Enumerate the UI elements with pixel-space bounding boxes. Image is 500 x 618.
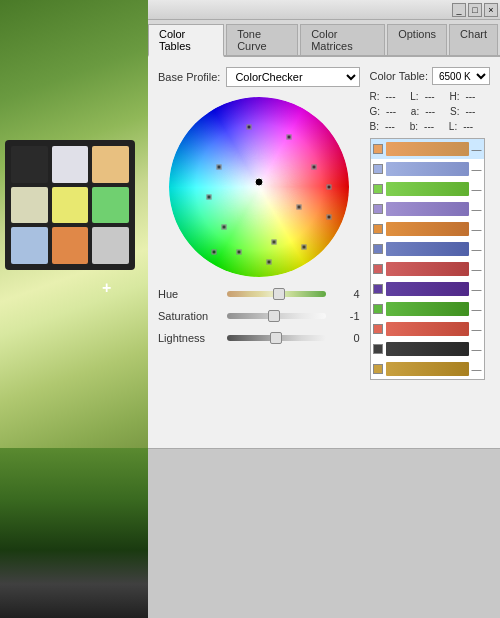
g-value: --- [386,104,396,119]
color-list-item[interactable]: — [371,239,484,259]
wheel-dot [254,178,263,187]
wheel-dot [311,165,316,170]
color-bar [386,182,469,196]
g-label: G: [370,104,381,119]
base-profile-label: Base Profile: [158,71,220,83]
color-list-item[interactable]: — [371,339,484,359]
color-list-item[interactable]: — [371,159,484,179]
tab-tone-curve[interactable]: Tone Curve [226,24,298,55]
saturation-thumb[interactable] [268,310,280,322]
r-value: --- [386,89,396,104]
color-list-item[interactable]: — [371,179,484,199]
saturation-track [227,309,326,323]
cc-patch [11,146,48,183]
color-info-row-1: R: --- L: --- H: --- [370,89,491,104]
wheel-dot [296,205,301,210]
saturation-label: Saturation [158,310,223,322]
color-table-label: Color Table: [370,70,429,82]
color-bar [386,242,469,256]
color-list-item[interactable]: — [371,319,484,339]
wheel-dot [271,240,276,245]
wheel-dot [301,245,306,250]
color-list-item[interactable]: — [371,359,484,379]
color-list-item[interactable]: — [371,279,484,299]
color-swatch [373,284,383,294]
photo-bottom [0,448,148,618]
hue-track [227,287,326,301]
profile-row: Base Profile: ColorChecker Standard Land… [158,67,360,87]
wheel-dot [216,165,221,170]
color-swatch [373,344,383,354]
color-bar [386,282,469,296]
color-info: R: --- L: --- H: --- G: --- a: --- [370,89,491,134]
color-list[interactable]: — — — — — — — — — — — [370,138,485,380]
color-dash: — [472,204,482,215]
color-info-row-3: B: --- b: --- L: --- [370,119,491,134]
wheel-dot [246,125,251,130]
tab-color-matrices[interactable]: Color Matrices [300,24,385,55]
cc-patch [92,146,129,183]
tab-color-tables[interactable]: Color Tables [148,24,224,57]
color-dash: — [472,184,482,195]
wheel-dot [326,185,331,190]
lightness-thumb[interactable] [270,332,282,344]
color-info-row-2: G: --- a: --- S: --- [370,104,491,119]
base-profile-select[interactable]: ColorChecker Standard Landscape Portrait [226,67,359,87]
a-value: --- [425,104,435,119]
color-bar [386,202,469,216]
color-checker-card [5,140,135,270]
b-value: --- [385,119,395,134]
color-list-item[interactable]: — [371,139,484,159]
color-swatch [373,204,383,214]
minimize-button[interactable]: _ [452,3,466,17]
color-bar [386,162,469,176]
right-content: Color Table: 6500 K 5500 K 4500 K 3200 K… [370,67,491,380]
hue-value: 4 [330,288,360,300]
color-table-header: Color Table: 6500 K 5500 K 4500 K 3200 K [370,67,491,85]
saturation-row: Saturation -1 [158,309,360,323]
cc-patch [52,146,89,183]
color-swatch [373,244,383,254]
wheel-dot [221,225,226,230]
color-list-item[interactable]: — [371,219,484,239]
color-bar [386,322,469,336]
color-dash: — [472,284,482,295]
color-swatch [373,224,383,234]
saturation-value: -1 [330,310,360,322]
wheel-dot [286,135,291,140]
wheel-dot [236,250,241,255]
color-swatch [373,184,383,194]
plus-marker: + [102,280,111,296]
b-label: B: [370,119,379,134]
wheel-dots [169,97,349,277]
color-bar [386,142,469,156]
hue-thumb[interactable] [273,288,285,300]
color-list-item[interactable]: — [371,259,484,279]
color-dash: — [472,364,482,375]
color-list-item[interactable]: — [371,199,484,219]
content-area: Base Profile: ColorChecker Standard Land… [148,57,500,390]
maximize-button[interactable]: □ [468,3,482,17]
lightness-value: 0 [330,332,360,344]
color-dash: — [472,344,482,355]
color-dash: — [472,164,482,175]
lightness-track [227,331,326,345]
color-bar [386,342,469,356]
cc-patch [92,187,129,224]
wheel-dot [266,260,271,265]
b2-label: b: [410,119,418,134]
tab-chart[interactable]: Chart [449,24,498,55]
color-list-item[interactable]: — [371,299,484,319]
tab-bar: Color Tables Tone Curve Color Matrices O… [148,20,500,57]
cc-patch [52,187,89,224]
l-label: L: [410,89,418,104]
tab-options[interactable]: Options [387,24,447,55]
close-button[interactable]: × [484,3,498,17]
color-swatch [373,304,383,314]
color-table-select[interactable]: 6500 K 5500 K 4500 K 3200 K [432,67,490,85]
hue-label: Hue [158,288,223,300]
color-swatch [373,164,383,174]
cc-patch [11,187,48,224]
color-bar [386,222,469,236]
bottom-area [148,448,500,618]
